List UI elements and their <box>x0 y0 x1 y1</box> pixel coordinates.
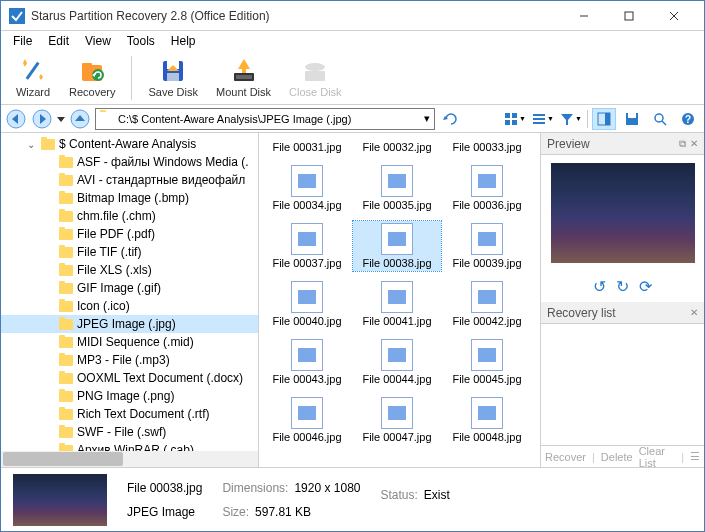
tree-item[interactable]: GIF Image (.gif) <box>1 279 258 297</box>
file-item[interactable]: File 00042.jpg <box>443 279 531 329</box>
tree-root[interactable]: ⌄ $ Content-Aware Analysis <box>1 135 258 153</box>
file-item[interactable]: File 00040.jpg <box>263 279 351 329</box>
folder-tree[interactable]: ⌄ $ Content-Aware Analysis ASF - файлы W… <box>1 133 259 467</box>
file-item[interactable]: File 00032.jpg <box>353 139 441 155</box>
preview-close-icon[interactable]: ✕ <box>690 138 698 150</box>
image-file-icon <box>471 281 503 313</box>
tree-item[interactable]: PNG Image (.png) <box>1 387 258 405</box>
tree-item[interactable]: AVI - стандартные видеофайл <box>1 171 258 189</box>
preview-pin-icon[interactable]: ⧉ <box>679 138 686 150</box>
folder-icon <box>59 156 73 168</box>
address-bar[interactable]: C:\$ Content-Aware Analysis\JPEG Image (… <box>95 108 435 130</box>
file-item[interactable]: File 00047.jpg <box>353 395 441 445</box>
menubar: File Edit View Tools Help <box>1 31 704 51</box>
clear-list-button[interactable]: Clear List <box>639 445 676 469</box>
tree-item[interactable]: MIDI Sequence (.mid) <box>1 333 258 351</box>
menu-help[interactable]: Help <box>163 32 204 50</box>
preview-toggle[interactable] <box>592 108 616 130</box>
menu-tools[interactable]: Tools <box>119 32 163 50</box>
image-file-icon <box>471 397 503 429</box>
recovery-list-content[interactable] <box>541 324 704 445</box>
file-item[interactable]: File 00033.jpg <box>443 139 531 155</box>
list-options-icon[interactable]: ☰ <box>690 450 700 463</box>
recovery-button[interactable]: Recovery <box>63 55 121 100</box>
file-listing[interactable]: File 00031.jpgFile 00032.jpgFile 00033.j… <box>259 133 540 467</box>
tree-item[interactable]: JPEG Image (.jpg) <box>1 315 258 333</box>
wizard-button[interactable]: Wizard <box>9 55 57 100</box>
recover-button[interactable]: Recover <box>545 451 586 463</box>
folder-icon <box>41 138 55 150</box>
file-item[interactable]: File 00035.jpg <box>353 163 441 213</box>
file-item[interactable]: File 00041.jpg <box>353 279 441 329</box>
recovery-list-close-icon[interactable]: ✕ <box>690 307 698 318</box>
image-file-icon <box>291 339 323 371</box>
menu-file[interactable]: File <box>5 32 40 50</box>
nav-history-dropdown[interactable] <box>57 111 65 127</box>
svg-marker-6 <box>23 59 27 67</box>
file-item[interactable]: File 00044.jpg <box>353 337 441 387</box>
tree-item[interactable]: Icon (.ico) <box>1 297 258 315</box>
tree-scrollbar[interactable] <box>1 451 258 467</box>
options-button[interactable]: ▼ <box>531 108 555 130</box>
svg-rect-17 <box>236 75 252 79</box>
file-item[interactable]: File 00045.jpg <box>443 337 531 387</box>
delete-button[interactable]: Delete <box>601 451 633 463</box>
tree-item[interactable]: SWF - File (.swf) <box>1 423 258 441</box>
save-disk-label: Save Disk <box>148 86 198 98</box>
folder-icon <box>59 174 73 186</box>
menu-view[interactable]: View <box>77 32 119 50</box>
status-filetype: JPEG Image <box>127 505 202 519</box>
svg-text:?: ? <box>685 114 691 125</box>
file-item[interactable]: File 00043.jpg <box>263 337 351 387</box>
rotate-left-icon[interactable]: ↺ <box>593 277 606 296</box>
tree-item[interactable]: chm.file (.chm) <box>1 207 258 225</box>
tree-item[interactable]: Bitmap Image (.bmp) <box>1 189 258 207</box>
save-button[interactable] <box>620 108 644 130</box>
file-item[interactable]: File 00031.jpg <box>263 139 351 155</box>
image-file-icon <box>471 339 503 371</box>
tree-item[interactable]: ASF - файлы Windows Media (. <box>1 153 258 171</box>
svg-rect-5 <box>26 62 40 80</box>
folder-icon <box>59 318 73 330</box>
file-item[interactable]: File 00037.jpg <box>263 221 351 271</box>
tree-item[interactable]: File XLS (.xls) <box>1 261 258 279</box>
address-dropdown[interactable]: ▾ <box>424 112 430 125</box>
help-button[interactable]: ? <box>676 108 700 130</box>
svg-rect-19 <box>242 67 246 73</box>
tree-item[interactable]: OOXML Text Document (.docx) <box>1 369 258 387</box>
refresh-button[interactable] <box>439 108 463 130</box>
nav-up-button[interactable] <box>69 108 91 130</box>
maximize-button[interactable] <box>606 2 651 30</box>
close-disk-button: Close Disk <box>283 55 348 100</box>
tree-item[interactable]: File PDF (.pdf) <box>1 225 258 243</box>
svg-marker-26 <box>57 117 65 122</box>
file-item[interactable]: File 00034.jpg <box>263 163 351 213</box>
nav-back-button[interactable] <box>5 108 27 130</box>
collapse-icon[interactable]: ⌄ <box>25 139 37 150</box>
file-item[interactable]: File 00048.jpg <box>443 395 531 445</box>
file-item[interactable]: File 00038.jpg <box>353 221 441 271</box>
tree-item[interactable]: Rich Text Document (.rtf) <box>1 405 258 423</box>
minimize-button[interactable] <box>561 2 606 30</box>
file-item[interactable]: File 00046.jpg <box>263 395 351 445</box>
rotate-right-icon[interactable]: ↻ <box>616 277 629 296</box>
file-item[interactable]: File 00036.jpg <box>443 163 531 213</box>
recovery-list-header: Recovery list ✕ <box>541 302 704 324</box>
close-button[interactable] <box>651 2 696 30</box>
preview-controls: ↺ ↻ ⟳ <box>541 271 704 302</box>
image-file-icon <box>471 165 503 197</box>
refresh-preview-icon[interactable]: ⟳ <box>639 277 652 296</box>
save-disk-button[interactable]: Save Disk <box>142 55 204 100</box>
file-item[interactable]: File 00039.jpg <box>443 221 531 271</box>
menu-edit[interactable]: Edit <box>40 32 77 50</box>
tree-item[interactable]: File TIF (.tif) <box>1 243 258 261</box>
status-size: 597.81 KB <box>255 505 311 519</box>
folder-icon <box>100 112 114 126</box>
view-mode-button[interactable]: ▼ <box>503 108 527 130</box>
mount-disk-button[interactable]: Mount Disk <box>210 55 277 100</box>
image-file-icon <box>291 223 323 255</box>
filter-button[interactable]: ▼ <box>559 108 583 130</box>
nav-forward-button[interactable] <box>31 108 53 130</box>
search-button[interactable] <box>648 108 672 130</box>
tree-item[interactable]: MP3 - File (.mp3) <box>1 351 258 369</box>
